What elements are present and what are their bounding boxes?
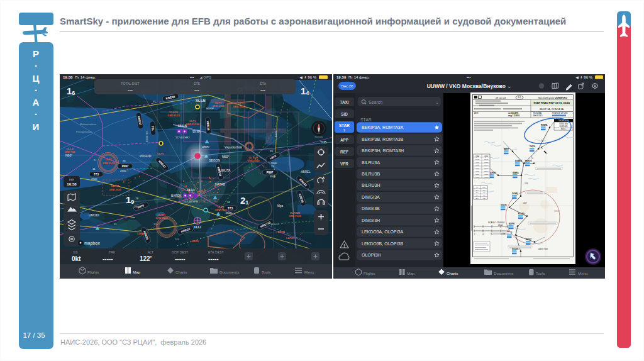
svg-text:•••: ••• [467,75,470,79]
svg-text:TRK: TRK [109,250,116,254]
svg-text:kt: kt [477,187,478,189]
svg-text:3500: 3500 [270,175,276,178]
svg-text:(2494): (2494) [484,165,489,167]
svg-text:B-1: B-1 [518,96,521,99]
svg-text:T73: T73 [228,207,233,210]
svg-text:UMODI: UMODI [89,213,99,217]
svg-text:7000: 7000 [475,167,479,169]
svg-text:43 km: 43 km [501,233,506,235]
svg-text:230: 230 [476,192,479,194]
svg-text:GND-2650: GND-2650 [109,188,121,191]
svg-text:kmh: kmh [482,187,486,189]
svg-text:Dec 26: Dec 26 [341,84,353,88]
svg-text:Москва/Внуково UUWW/VKO: Москва/Внуково UUWW/VKO [538,97,567,99]
svg-text:41: 41 [92,167,96,170]
svg-text:DIMGI3H: DIMGI3H [362,218,380,223]
svg-text:ROMTA: ROMTA [541,124,548,126]
svg-text:INDOT: INDOT [526,238,531,241]
svg-text:BUPIR: BUPIR [509,223,515,225]
svg-text:BILRU3B: BILRU3B [362,172,380,176]
svg-text:BESN: BESN [277,230,284,233]
svg-text:И: И [33,121,40,132]
svg-text:Privognliskoe: Privognliskoe [76,130,92,133]
svg-text:Documents: Documents [219,270,239,274]
svg-text:BEKIP3A, ROMTA3A: BEKIP3A, ROMTA3A [362,125,404,130]
svg-text:GS: GS [73,250,78,254]
svg-text:⌄: ⌄ [435,100,439,104]
svg-text:3800': 3800' [554,209,560,213]
svg-text:N60°: N60° [65,153,72,157]
svg-text:STAR: STAR [339,123,350,128]
svg-text:Charts: Charts [447,271,458,275]
svg-text:2500: 2500 [91,177,97,181]
svg-text:34: 34 [227,201,230,204]
svg-text:TAXI: TAXI [340,100,348,104]
svg-text:105: 105 [153,223,158,226]
svg-text:Пт 14 февр.: Пт 14 февр. [348,75,370,79]
svg-text:DIST DEST: DIST DEST [172,250,188,254]
svg-text:85: 85 [153,100,156,103]
svg-text:mapbox: mapbox [84,241,100,246]
svg-text:3500: 3500 [226,211,232,214]
svg-text:XLLN: XLLN [196,99,206,103]
svg-text:(2940): (2940) [484,158,489,160]
svg-text:6000: 6000 [475,170,479,172]
svg-text:Tools: Tools [536,271,545,275]
svg-text:-ABREL-: -ABREL- [300,170,312,174]
svg-text:95: 95 [84,116,87,119]
svg-text:.: . [35,82,37,93]
svg-text:41: 41 [94,158,97,162]
svg-text:461: 461 [483,192,486,194]
svg-text:BEKIP 3A, ROMTA 3A: BEKIP 3A, ROMTA 3A [540,108,564,111]
svg-text:DIMGI3B: DIMGI3B [362,206,380,211]
svg-text:1800: 1800 [525,182,528,185]
svg-text:VFR: VFR [340,162,348,166]
svg-text:BILRU3A: BILRU3A [362,160,380,165]
svg-text:KOLES: KOLES [518,213,525,215]
svg-text:APP: APP [340,138,349,142]
svg-text:270: 270 [476,189,479,191]
svg-text:AGMER: AGMER [515,160,523,162]
svg-text:4000' 7000': 4000' 7000' [538,248,548,250]
svg-text:SID: SID [341,112,348,116]
svg-text:ETE: ETE [194,82,201,86]
svg-text:OLOPI3H: OLOPI3H [362,253,380,257]
svg-text:Charts: Charts [175,270,187,274]
svg-text:GND FL53: GND FL53 [289,214,301,218]
svg-text:•••: ••• [190,75,194,79]
svg-text:(1806): (1806) [484,177,489,179]
svg-text:Maloezhelovo: Maloezhelovo [80,123,97,126]
svg-text:↥: ↥ [343,129,346,132]
svg-text:Map: Map [407,271,415,275]
svg-text:112.60 SRJ: 112.60 SRJ [175,136,190,139]
svg-text:24 km: 24 km [498,224,503,226]
svg-text:E031°: E031° [274,130,277,137]
svg-text:BEKIP: BEKIP [504,148,509,150]
svg-text:(2715): (2715) [484,162,489,164]
svg-text:P997: P997 [267,171,274,174]
svg-text:BEKIP3H, ROMTA3H: BEKIP3H, ROMTA3H [362,148,404,153]
svg-text:QFE: QFE [484,155,488,158]
svg-text:Vsyvolozhsk: Vsyvolozhsk [225,145,242,149]
svg-text:TOTAL DIST: TOTAL DIST [121,82,140,86]
svg-text:Documents: Documents [494,271,513,275]
svg-text:ALT: ALT [148,250,153,254]
svg-text:N60°: N60° [222,155,229,158]
svg-text:QNH: QNH [475,155,479,158]
svg-text:Mark 1: Mark 1 [561,128,567,130]
svg-text:GND 990: GND 990 [65,150,75,153]
svg-text:ATIS: ATIS [474,112,478,114]
svg-text:4000: 4000 [475,177,479,179]
svg-text:8000: 8000 [475,165,479,167]
svg-text:ETA: ETA [260,82,266,86]
svg-text:23: 23 [270,150,273,153]
svg-text:ULLI: ULLI [194,225,201,229]
svg-text:GNZS: GNZS [191,240,198,243]
svg-text:UL2-11: UL2-11 [111,184,119,187]
svg-text:113.40 SPB: 113.40 SPB [183,200,197,203]
svg-text:BULIC: BULIC [271,223,279,226]
svg-text:89: 89 [114,223,117,226]
svg-text:2500: 2500 [134,205,140,208]
svg-text:P997: P997 [122,165,129,168]
svg-text:BILRU3H: BILRU3H [362,183,380,187]
